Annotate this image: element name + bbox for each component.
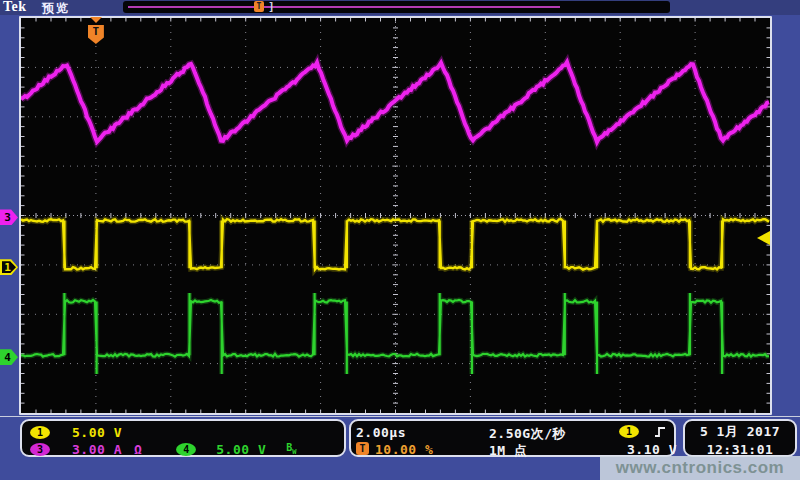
channel3-coupling: Ω [134, 442, 142, 457]
channel1-scale: 5.00 V [72, 425, 122, 440]
date-readout: 5 1月 2017 [700, 423, 780, 441]
timebase-readout: 2.00μs [356, 425, 406, 440]
channel3-marker-label: 3 [0, 210, 15, 224]
acquisition-mode-label: 预览 [42, 0, 70, 17]
channel1-badge[interactable]: 1 [30, 426, 50, 439]
time-readout: 12:31:01 [707, 442, 774, 457]
waveform-plot [21, 18, 770, 413]
channel3-badge[interactable]: 3 [30, 443, 50, 456]
horizontal-position-icon: T [356, 442, 369, 455]
horizontal-trigger-readout-box: 2.00μs 2.50G次/秒 1 T 10.00 % 1M 点 3.10 V [349, 419, 676, 457]
channel3-ground-marker[interactable]: 3 [0, 209, 18, 225]
watermark-text: www.cntronics.com [616, 458, 784, 478]
graticule [19, 16, 772, 415]
trigger-source-badge[interactable]: 1 [619, 425, 639, 438]
channel4-ground-marker[interactable]: 4 [0, 349, 18, 365]
tek-logo: Tek [3, 0, 27, 15]
acquisition-trigger-position-icon[interactable]: T [254, 1, 264, 12]
acquisition-preview-bar[interactable]: T ] [123, 1, 670, 13]
trigger-flag-icon: T [88, 25, 104, 44]
channel3-scale: 3.00 A [72, 442, 122, 457]
bandwidth-limit-icon: BW [286, 442, 296, 456]
trigger-position-flag[interactable]: T [88, 17, 104, 44]
acquisition-window-bracket: ] [268, 0, 275, 13]
trigger-level-readout: 3.10 V [627, 442, 677, 457]
channel-readout-box: 1 5.00 V 3 3.00 A Ω 4 5.00 V BW [20, 419, 346, 457]
record-length-readout: 1M 点 [489, 442, 527, 460]
channel1-ground-marker[interactable]: 1 [0, 259, 18, 275]
channel4-marker-label: 4 [0, 350, 15, 364]
channel4-badge[interactable]: 4 [176, 443, 196, 456]
datetime-box: 5 1月 2017 12:31:01 [683, 419, 797, 457]
trigger-level-arrow-icon[interactable] [757, 231, 770, 245]
acquisition-waveform-line [128, 6, 560, 8]
channel4-scale: 5.00 V [216, 442, 266, 457]
horizontal-position-readout: 10.00 % [375, 442, 433, 457]
trigger-position-caret-icon [90, 17, 102, 23]
watermark-band: www.cntronics.com [600, 456, 800, 480]
header-bar: Tek 预览 T ] [0, 0, 800, 15]
trigger-slope-rising-icon [653, 425, 667, 439]
channel1-marker-label: 1 [0, 260, 15, 274]
graticule-bottom-rule [0, 416, 800, 417]
